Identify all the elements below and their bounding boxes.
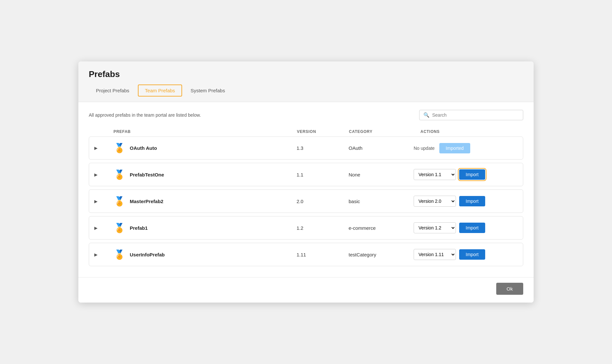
tab-project-prefabs[interactable]: Project Prefabs [89,84,137,97]
version-select[interactable]: Version 1.1 [414,169,456,180]
category-value: testCategory [349,252,414,257]
category-value: OAuth [349,145,414,151]
category-value: basic [349,199,414,204]
prefab-badge-icon: 🏅 [114,169,125,180]
actions-cell: Version 1.11 Import [414,249,518,260]
version-value: 1.11 [297,252,349,257]
search-input[interactable] [432,112,519,118]
imported-button[interactable]: Imported [439,143,470,153]
col-category-header: CATEGORY [349,129,414,134]
prefab-info: 🏅 Prefab1 [114,223,297,233]
prefab-info: 🏅 OAuth Auto [114,143,297,153]
col-expand [94,129,113,134]
prefab-badge-icon: 🏅 [114,223,125,233]
actions-cell: Version 2.0 Import [414,196,518,207]
prefab-info: 🏅 UserInfoPrefab [114,249,297,260]
prefab-info: 🏅 PrefabTestOne [114,169,297,180]
prefab-name: OAuth Auto [130,145,157,151]
table-header: PREFAB VERSION CATEGORY ACTIONS [89,127,523,136]
modal-body: All approved prefabs in the team portal … [78,102,534,277]
version-value: 1.1 [297,172,349,177]
table-row: ▶ 🏅 Prefab1 1.2 e-commerce Version 1.2 I… [89,216,523,240]
category-value: None [349,172,414,177]
category-value: e-commerce [349,225,414,231]
prefab-badge-icon: 🏅 [114,249,125,260]
prefab-name: MasterPrefab2 [130,199,163,204]
prefab-badge-icon: 🏅 [114,196,125,207]
prefab-name: PrefabTestOne [130,172,164,177]
version-select[interactable]: Version 2.0 [414,196,456,207]
prefab-name: UserInfoPrefab [130,252,165,257]
description-text: All approved prefabs in the team portal … [89,112,201,118]
row-expand-chevron[interactable]: ▶ [94,226,114,230]
tab-bar: Project Prefabs Team Prefabs System Pref… [89,84,523,97]
row-expand-chevron[interactable]: ▶ [94,146,114,150]
import-button[interactable]: Import [459,169,485,180]
row-expand-chevron[interactable]: ▶ [94,199,114,204]
import-button[interactable]: Import [459,249,485,260]
table-row: ▶ 🏅 PrefabTestOne 1.1 None Version 1.1 I… [89,163,523,186]
tab-team-prefabs[interactable]: Team Prefabs [138,84,182,97]
col-version-header: VERSION [297,129,349,134]
import-button[interactable]: Import [459,196,485,206]
search-icon: 🔍 [423,112,430,118]
version-value: 2.0 [297,199,349,204]
actions-cell: Version 1.1 Import [414,169,518,180]
actions-cell: Version 1.2 Import [414,222,518,233]
toolbar: All approved prefabs in the team portal … [89,110,523,120]
no-update-label: No update [414,146,435,151]
version-value: 1.2 [297,225,349,231]
table-row: ▶ 🏅 MasterPrefab2 2.0 basic Version 2.0 … [89,189,523,213]
search-box: 🔍 [419,110,523,120]
ok-button[interactable]: Ok [496,283,523,295]
prefabs-modal: Prefabs Project Prefabs Team Prefabs Sys… [78,61,534,303]
version-select[interactable]: Version 1.2 [414,222,456,233]
modal-header: Prefabs Project Prefabs Team Prefabs Sys… [78,61,534,102]
actions-cell: No update Imported [414,143,518,153]
import-button[interactable]: Import [459,223,485,233]
col-actions-header: ACTIONS [414,129,518,134]
col-prefab-header: PREFAB [113,129,297,134]
prefab-badge-icon: 🏅 [114,143,125,153]
table-row: ▶ 🏅 UserInfoPrefab 1.11 testCategory Ver… [89,243,523,266]
table-row: ▶ 🏅 OAuth Auto 1.3 OAuth No update Impor… [89,136,523,160]
prefab-info: 🏅 MasterPrefab2 [114,196,297,207]
version-value: 1.3 [297,145,349,151]
version-select[interactable]: Version 1.11 [414,249,456,260]
tab-system-prefabs[interactable]: System Prefabs [183,84,232,97]
page-title: Prefabs [89,69,523,79]
prefab-name: Prefab1 [130,225,148,231]
row-expand-chevron[interactable]: ▶ [94,172,114,177]
row-expand-chevron[interactable]: ▶ [94,252,114,257]
modal-footer: Ok [78,277,534,303]
